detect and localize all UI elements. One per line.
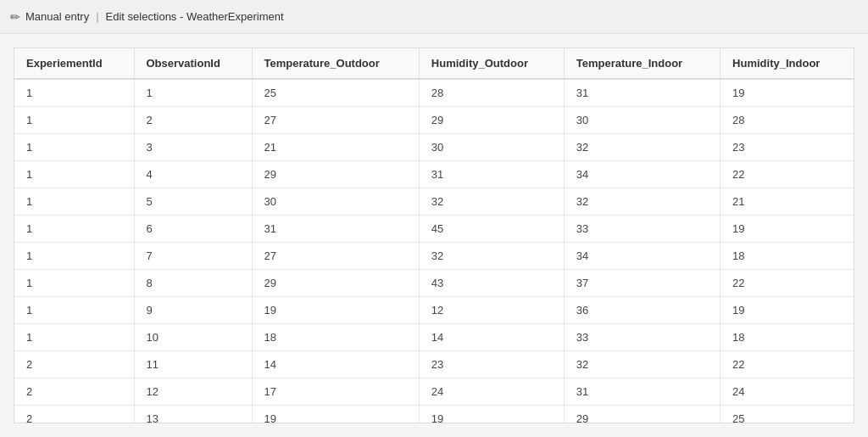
table-cell-humidity_indoor-7: 22 (721, 270, 854, 297)
table-cell-experiementid-10: 2 (14, 351, 134, 378)
weather-data-table: ExperiementIdObservationIdTemperature_Ou… (14, 48, 854, 423)
table-row[interactable]: 1631453319 (14, 216, 854, 243)
table-cell-temperature_outdoor-12: 19 (252, 406, 419, 424)
table-row[interactable]: 1727323418 (14, 243, 854, 270)
table-cell-temperature_indoor-12: 29 (564, 406, 720, 424)
table-cell-experiementid-4: 1 (14, 188, 134, 216)
table-cell-experiementid-5: 1 (14, 216, 134, 243)
table-row[interactable]: 11018143318 (14, 324, 854, 351)
header-divider: | (96, 10, 98, 23)
table-cell-observationid-11: 12 (134, 378, 252, 406)
table-cell-humidity_indoor-10: 22 (721, 351, 854, 378)
table-cell-humidity_outdoor-5: 45 (419, 216, 564, 243)
table-cell-observationid-4: 5 (134, 188, 252, 216)
table-cell-humidity_outdoor-12: 19 (419, 406, 564, 424)
table-row[interactable]: 1829433722 (14, 270, 854, 297)
table-cell-experiementid-2: 1 (14, 134, 134, 161)
table-cell-temperature_outdoor-2: 21 (252, 134, 419, 161)
table-cell-humidity_outdoor-7: 43 (419, 270, 564, 297)
table-header-row: ExperiementIdObservationIdTemperature_Ou… (14, 48, 854, 79)
data-table-container: ExperiementIdObservationIdTemperature_Ou… (14, 48, 854, 423)
table-cell-temperature_outdoor-11: 17 (252, 378, 419, 406)
table-cell-temperature_indoor-4: 32 (564, 188, 720, 216)
table-cell-humidity_indoor-11: 24 (721, 378, 854, 406)
table-row[interactable]: 21114233222 (14, 351, 854, 378)
table-cell-humidity_indoor-8: 19 (721, 297, 854, 324)
table-cell-temperature_indoor-9: 33 (564, 324, 720, 351)
table-cell-humidity_indoor-0: 19 (721, 79, 854, 107)
table-cell-temperature_indoor-5: 33 (564, 216, 720, 243)
table-cell-temperature_outdoor-7: 29 (252, 270, 419, 297)
table-cell-humidity_outdoor-1: 29 (419, 107, 564, 134)
column-header-observationid: ObservationId (134, 48, 252, 79)
table-cell-experiementid-11: 2 (14, 378, 134, 406)
column-header-experiementid: ExperiementId (14, 48, 134, 79)
table-cell-experiementid-0: 1 (14, 79, 134, 107)
table-row[interactable]: 1321303223 (14, 134, 854, 161)
table-cell-experiementid-6: 1 (14, 243, 134, 270)
manual-entry-label: Manual entry (25, 10, 89, 23)
table-cell-temperature_indoor-1: 30 (564, 107, 720, 134)
table-cell-humidity_indoor-5: 19 (721, 216, 854, 243)
table-cell-humidity_outdoor-11: 24 (419, 378, 564, 406)
table-cell-temperature_outdoor-9: 18 (252, 324, 419, 351)
table-cell-temperature_outdoor-6: 27 (252, 243, 419, 270)
table-cell-humidity_outdoor-3: 31 (419, 161, 564, 188)
table-cell-humidity_outdoor-0: 28 (419, 79, 564, 107)
table-cell-observationid-0: 1 (134, 79, 252, 107)
table-cell-temperature_outdoor-0: 25 (252, 79, 419, 107)
table-cell-observationid-2: 3 (134, 134, 252, 161)
table-cell-temperature_outdoor-3: 29 (252, 161, 419, 188)
table-cell-humidity_indoor-4: 21 (721, 188, 854, 216)
table-cell-temperature_outdoor-8: 19 (252, 297, 419, 324)
table-cell-temperature_indoor-6: 34 (564, 243, 720, 270)
table-cell-experiementid-3: 1 (14, 161, 134, 188)
table-cell-temperature_outdoor-4: 30 (252, 188, 419, 216)
header-bar: ✏ Manual entry | Edit selections - Weath… (0, 0, 868, 34)
table-cell-experiementid-7: 1 (14, 270, 134, 297)
table-cell-observationid-10: 11 (134, 351, 252, 378)
table-cell-temperature_indoor-11: 31 (564, 378, 720, 406)
table-cell-experiementid-1: 1 (14, 107, 134, 134)
table-cell-humidity_indoor-1: 28 (721, 107, 854, 134)
table-cell-observationid-5: 6 (134, 216, 252, 243)
table-row[interactable]: 1227293028 (14, 107, 854, 134)
table-cell-humidity_outdoor-9: 14 (419, 324, 564, 351)
table-cell-observationid-8: 9 (134, 297, 252, 324)
table-cell-humidity_indoor-6: 18 (721, 243, 854, 270)
table-row[interactable]: 1919123619 (14, 297, 854, 324)
table-row[interactable]: 1429313422 (14, 161, 854, 188)
table-cell-observationid-1: 2 (134, 107, 252, 134)
table-cell-experiementid-12: 2 (14, 406, 134, 424)
table-row[interactable]: 1530323221 (14, 188, 854, 216)
table-cell-temperature_indoor-0: 31 (564, 79, 720, 107)
table-cell-humidity_indoor-3: 22 (721, 161, 854, 188)
table-cell-humidity_outdoor-4: 32 (419, 188, 564, 216)
table-cell-humidity_outdoor-2: 30 (419, 134, 564, 161)
table-row[interactable]: 21319192925 (14, 406, 854, 424)
column-header-humidity_outdoor: Humidity_Outdoor (419, 48, 564, 79)
table-row[interactable]: 21217243124 (14, 378, 854, 406)
table-cell-temperature_indoor-2: 32 (564, 134, 720, 161)
table-cell-experiementid-9: 1 (14, 324, 134, 351)
table-cell-humidity_indoor-2: 23 (721, 134, 854, 161)
table-cell-temperature_indoor-8: 36 (564, 297, 720, 324)
table-cell-observationid-6: 7 (134, 243, 252, 270)
table-cell-humidity_outdoor-6: 32 (419, 243, 564, 270)
breadcrumb: Edit selections - WeatherExperiment (106, 10, 284, 23)
table-cell-humidity_outdoor-10: 23 (419, 351, 564, 378)
column-header-humidity_indoor: Humidity_Indoor (721, 48, 854, 79)
manual-entry-nav[interactable]: ✏ Manual entry (10, 10, 89, 24)
table-cell-experiementid-8: 1 (14, 297, 134, 324)
table-cell-temperature_outdoor-10: 14 (252, 351, 419, 378)
pencil-icon: ✏ (10, 10, 20, 24)
table-row[interactable]: 1125283119 (14, 79, 854, 107)
table-cell-temperature_indoor-10: 32 (564, 351, 720, 378)
table-cell-humidity_indoor-12: 25 (721, 406, 854, 424)
table-cell-observationid-3: 4 (134, 161, 252, 188)
table-cell-observationid-7: 8 (134, 270, 252, 297)
column-header-temperature_outdoor: Temperature_Outdoor (252, 48, 419, 79)
column-header-temperature_indoor: Temperature_Indoor (564, 48, 720, 79)
table-cell-temperature_indoor-7: 37 (564, 270, 720, 297)
table-cell-humidity_indoor-9: 18 (721, 324, 854, 351)
